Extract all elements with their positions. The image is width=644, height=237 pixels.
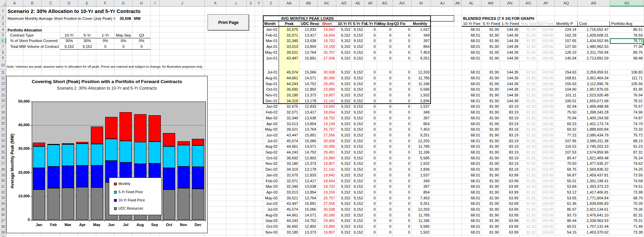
cell-AQ6[interactable]: 157.65 <box>555 38 578 44</box>
cell-AP30[interactable]: 103.66 <box>537 178 555 184</box>
cell-AR36[interactable]: 2,476,641.10 <box>578 212 610 218</box>
cell-AF19[interactable]: 0 <box>364 115 377 121</box>
cell-AP29[interactable]: 103.66 <box>537 172 555 178</box>
cell-AA20[interactable]: 33,013 <box>279 121 299 127</box>
cell-AQ36[interactable]: 93.73 <box>555 212 578 218</box>
column-header-AM[interactable]: AM <box>481 0 500 6</box>
cell-AC23[interactable]: 30,508 <box>318 138 336 144</box>
cell-AG20[interactable]: 0 <box>377 121 393 127</box>
cell-AO33[interactable]: 91.92 <box>520 195 537 201</box>
cell-AP7[interactable]: 103.66 <box>537 44 555 50</box>
cell-AE19[interactable]: 9,152 <box>352 115 364 121</box>
cell-AC32[interactable]: 19,159 <box>318 189 336 195</box>
cell-AQ18[interactable]: 75.50 <box>555 110 578 116</box>
cell-AD21[interactable]: 9,152 <box>336 127 352 133</box>
cell-AL9[interactable]: 68.01 <box>462 55 481 61</box>
cell-AI32[interactable]: 854 <box>411 189 431 195</box>
cell-AL6[interactable]: 68.01 <box>462 38 481 44</box>
column-header-A[interactable]: A <box>6 0 23 6</box>
cell-AI20[interactable]: 854 <box>411 121 431 127</box>
cell-AE32[interactable]: 9,152 <box>352 189 364 195</box>
cell-AP18[interactable]: 103.66 <box>537 110 555 116</box>
cell-AB8[interactable]: 13,764 <box>299 50 318 55</box>
cell-AI16[interactable]: 2,836 <box>411 98 431 104</box>
cell-AE11[interactable]: 9,152 <box>352 70 364 76</box>
cell-AQ32[interactable]: 53.12 <box>555 189 578 195</box>
cell-AD7[interactable]: 9,152 <box>336 44 352 50</box>
cell-AQ24[interactable]: 116.52 <box>555 144 578 150</box>
cell-AC36[interactable]: 30,090 <box>318 212 336 218</box>
cell-AL21[interactable]: 68.01 <box>462 127 481 133</box>
cell-AD22[interactable]: 9,152 <box>336 132 352 138</box>
cell-AO21[interactable]: 91.92 <box>520 127 537 133</box>
cell-AR12[interactable]: 3,361,464.34 <box>578 75 610 81</box>
cell-AE34[interactable]: 9,152 <box>352 201 364 207</box>
row-header-19[interactable]: 19 <box>0 115 6 121</box>
cell-AH28[interactable]: 0 <box>393 167 411 173</box>
cell-AF21[interactable]: 0 <box>364 127 377 133</box>
cell-AM19[interactable]: 81.90 <box>481 115 500 121</box>
cell-AO9[interactable]: 91.92 <box>520 55 537 61</box>
cell-AI31[interactable]: 397 <box>411 184 431 190</box>
cell-AI4[interactable]: 1,537 <box>411 27 431 32</box>
cell-AL25[interactable]: 68.01 <box>462 149 481 155</box>
cell-AI7[interactable]: 854 <box>411 44 431 50</box>
cell-AA14[interactable]: 36,692 <box>279 87 299 93</box>
cell-AA26[interactable]: 36,692 <box>279 155 299 161</box>
cell-AA33[interactable]: 39,521 <box>279 195 299 201</box>
cell-AB18[interactable]: 13,417 <box>299 110 318 116</box>
cell-AP23[interactable]: 103.66 <box>537 138 555 144</box>
cell-AS19[interactable]: 74.87 <box>610 115 644 121</box>
cell-Z4[interactable]: Jan-01 <box>263 27 279 32</box>
cell-AP31[interactable]: 103.66 <box>537 184 555 190</box>
cell-AB23[interactable]: 15,066 <box>299 138 318 144</box>
row-header-25[interactable]: 25 <box>0 149 6 155</box>
cell-AN32[interactable]: 63.99 <box>500 189 520 195</box>
cell-AI13[interactable]: 11,186 <box>411 81 431 87</box>
cell-Z12[interactable]: Aug-01 <box>263 75 279 81</box>
cell-AL16[interactable]: 68.01 <box>462 98 481 104</box>
cell-AP36[interactable]: 103.66 <box>537 212 555 218</box>
cell-AM33[interactable]: 81.90 <box>481 195 500 201</box>
cell-AP11[interactable]: 103.66 <box>537 70 555 76</box>
cell-AB14[interactable]: 12,802 <box>299 87 318 93</box>
cell-AM15[interactable]: 81.90 <box>481 92 500 98</box>
cell-AA39[interactable]: 33,180 <box>279 229 299 235</box>
cell-AN9[interactable]: 144.39 <box>500 55 520 61</box>
cell-AR6[interactable]: 1,434,552.95 <box>578 38 610 44</box>
row-header-10[interactable]: 10 <box>0 61 6 70</box>
cell-AF35[interactable]: 0 <box>364 207 377 212</box>
cell-AE23[interactable]: 9,152 <box>352 138 364 144</box>
cell-AR11[interactable]: 3,259,059.91 <box>578 70 610 76</box>
cell-AB16[interactable]: 13,178 <box>299 98 318 104</box>
cell-AH6[interactable]: 0 <box>393 38 411 44</box>
cell-AG3[interactable]: May-Sep <box>377 21 393 27</box>
select-all-corner[interactable] <box>0 0 6 6</box>
column-header-AG[interactable]: AG <box>377 0 393 6</box>
cell-AD35[interactable]: 9,152 <box>336 207 352 212</box>
cell-AD5[interactable]: 9,152 <box>336 32 352 38</box>
cell-AN4[interactable]: 144.39 <box>500 27 520 32</box>
cell-AP12[interactable]: 103.66 <box>537 75 555 81</box>
cell-AG24[interactable]: 0 <box>377 144 393 150</box>
cell-AA22[interactable]: 43,447 <box>279 132 299 138</box>
cell-AP19[interactable]: 103.66 <box>537 115 555 121</box>
cell-AG13[interactable]: 0 <box>377 81 393 87</box>
cell-AM18[interactable]: 81.90 <box>481 110 500 116</box>
cell-AS17[interactable]: 75.57 <box>610 104 644 110</box>
cell-AC8[interactable]: 25,757 <box>318 50 336 55</box>
cell-Z17[interactable]: Jan-02 <box>263 104 279 110</box>
cell-AQ25[interactable]: 107.53 <box>555 149 578 155</box>
cell-AM23[interactable]: 81.90 <box>481 138 500 144</box>
cell-AN39[interactable]: 63.99 <box>500 229 520 235</box>
column-header-Y[interactable]: Y <box>255 0 263 6</box>
cell-AR25[interactable]: 2,574,859.96 <box>578 149 610 155</box>
cell-AS13[interactable]: 105.56 <box>610 81 644 87</box>
column-header-K[interactable]: K <box>205 0 226 6</box>
cell-AD3[interactable]: 10-Yr Fi <box>336 21 352 27</box>
cell-AN5[interactable]: 144.39 <box>500 32 520 38</box>
cell-AC4[interactable]: 19,842 <box>318 27 336 32</box>
column-header-AH[interactable]: AH <box>393 0 411 6</box>
cell-AQ3[interactable]: Monthly P <box>555 21 578 27</box>
cell-AF11[interactable]: 0 <box>364 70 377 76</box>
